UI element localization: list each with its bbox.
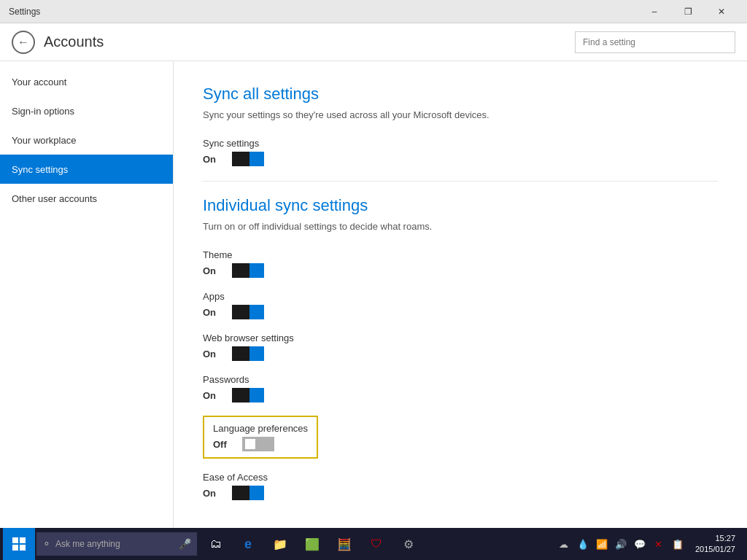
toggle-track — [232, 486, 264, 500]
minimize-button[interactable]: – — [638, 0, 671, 23]
folder-icon[interactable]: 📁 — [266, 528, 295, 560]
back-button[interactable]: ← — [12, 31, 35, 54]
sync-settings-row: On — [203, 152, 718, 166]
titlebar: Settings – ❐ ✕ — [0, 0, 747, 23]
individual-sync-title: Individual sync settings — [203, 196, 718, 215]
passwords-row: On — [203, 388, 718, 402]
microphone-icon: 🎤 — [179, 538, 191, 550]
toggle-track — [232, 388, 264, 402]
file-explorer-icon[interactable]: 🗂 — [201, 528, 231, 560]
passwords-label: Passwords — [203, 374, 718, 385]
sidebar-item-your-workplace[interactable]: Your workplace — [0, 125, 173, 155]
sidebar-item-sync-settings[interactable]: Sync settings — [0, 155, 173, 184]
calculator-icon[interactable]: 🧮 — [330, 528, 359, 560]
toggle-thumb — [245, 439, 255, 449]
language-preferences-row: Off — [213, 437, 308, 451]
app-header: ← Accounts — [0, 23, 747, 61]
toggle-track — [232, 305, 264, 319]
ease-of-access-label: Ease of Access — [203, 472, 718, 483]
passwords-state: On — [203, 390, 225, 401]
language-preferences-toggle[interactable] — [242, 437, 274, 451]
tray-icon-extra[interactable]: 📋 — [669, 528, 686, 560]
sidebar-item-label: Sign-in options — [12, 106, 74, 117]
toggle-thumb — [251, 390, 261, 400]
toggle-track — [232, 346, 264, 361]
individual-sync-section: Individual sync settings Turn on or off … — [203, 196, 718, 500]
theme-label: Theme — [203, 249, 718, 260]
apps-setting-item: Apps On — [203, 291, 718, 319]
ease-of-access-toggle[interactable] — [232, 486, 264, 500]
antivirus-icon[interactable]: 🛡 — [362, 528, 391, 560]
sidebar-item-sign-in-options[interactable]: Sign-in options — [0, 96, 173, 125]
taskbar-pinned-icons: 🗂 e 📁 🟩 🧮 🛡 ⚙ — [201, 528, 423, 560]
titlebar-controls: – ❐ ✕ — [638, 0, 738, 23]
taskbar-search-label: Ask me anything — [55, 539, 120, 549]
apps-toggle[interactable] — [232, 305, 264, 319]
toggle-track — [232, 263, 264, 278]
network-icon[interactable]: 📶 — [593, 528, 611, 560]
svg-rect-2 — [12, 545, 18, 551]
sidebar-item-other-user-accounts[interactable]: Other user accounts — [0, 184, 173, 213]
internet-explorer-icon[interactable]: e — [233, 528, 263, 560]
theme-state: On — [203, 265, 225, 276]
sync-settings-label: Sync settings — [203, 138, 718, 149]
section-divider — [203, 181, 718, 182]
volume-icon[interactable]: 🔊 — [612, 528, 630, 560]
apps-label: Apps — [203, 291, 718, 302]
language-preferences-label: Language preferences — [213, 423, 308, 434]
sidebar-item-your-account[interactable]: Your account — [0, 67, 173, 96]
theme-row: On — [203, 263, 718, 278]
water-drop-icon[interactable]: 💧 — [574, 528, 592, 560]
sync-all-description: Sync your settings so they're used acros… — [203, 109, 718, 120]
start-button[interactable] — [3, 528, 35, 560]
toggle-thumb — [251, 154, 261, 164]
search-circle-icon: ⚬ — [42, 538, 51, 550]
apps-row: On — [203, 305, 718, 319]
web-browser-row: On — [203, 346, 718, 361]
close-button[interactable]: ✕ — [705, 0, 738, 23]
ease-of-access-row: On — [203, 486, 718, 500]
svg-rect-0 — [12, 537, 18, 543]
toggle-track — [232, 152, 264, 166]
passwords-toggle[interactable] — [232, 388, 264, 402]
toggle-thumb — [251, 307, 261, 317]
ease-of-access-state: On — [203, 488, 225, 499]
taskbar-search-box[interactable]: ⚬ Ask me anything 🎤 — [36, 532, 197, 556]
sync-settings-item: Sync settings On — [203, 138, 718, 166]
settings-icon[interactable]: ⚙ — [394, 528, 423, 560]
language-preferences-box: Language preferences Off — [203, 416, 318, 459]
x-icon[interactable]: ✕ — [650, 528, 667, 560]
search-input[interactable] — [575, 31, 735, 53]
store-icon[interactable]: 🟩 — [298, 528, 327, 560]
restore-button[interactable]: ❐ — [671, 0, 705, 23]
titlebar-title: Settings — [9, 7, 40, 17]
apps-state: On — [203, 307, 225, 318]
sidebar-item-label: Sync settings — [12, 164, 68, 175]
web-browser-label: Web browser settings — [203, 332, 718, 343]
page-title: Accounts — [44, 34, 104, 50]
comment-icon[interactable]: 💬 — [631, 528, 649, 560]
sync-settings-toggle[interactable] — [232, 152, 264, 166]
main-content: Your account Sign-in options Your workpl… — [0, 61, 747, 528]
sync-settings-state: On — [203, 154, 225, 165]
toggle-thumb — [251, 265, 261, 276]
windows-logo-icon — [12, 537, 26, 551]
web-browser-toggle[interactable] — [232, 346, 264, 361]
sidebar-item-label: Your workplace — [12, 135, 76, 146]
sidebar-item-label: Other user accounts — [12, 193, 97, 204]
clock-date: 2015/01/27 — [695, 544, 735, 555]
cloud-icon[interactable]: ☁ — [555, 528, 573, 560]
sync-all-title: Sync all settings — [203, 85, 718, 104]
passwords-setting-item: Passwords On — [203, 374, 718, 402]
toggle-thumb — [251, 488, 261, 498]
individual-sync-description: Turn on or off individual settings to de… — [203, 221, 718, 232]
svg-rect-1 — [20, 537, 26, 543]
theme-setting-item: Theme On — [203, 249, 718, 278]
web-browser-setting-item: Web browser settings On — [203, 332, 718, 361]
sidebar: Your account Sign-in options Your workpl… — [0, 61, 174, 528]
header-left: ← Accounts — [12, 31, 104, 54]
web-browser-state: On — [203, 349, 225, 359]
system-clock: 15:27 2015/01/27 — [689, 533, 741, 556]
ease-of-access-setting-item: Ease of Access On — [203, 472, 718, 500]
theme-toggle[interactable] — [232, 263, 264, 278]
